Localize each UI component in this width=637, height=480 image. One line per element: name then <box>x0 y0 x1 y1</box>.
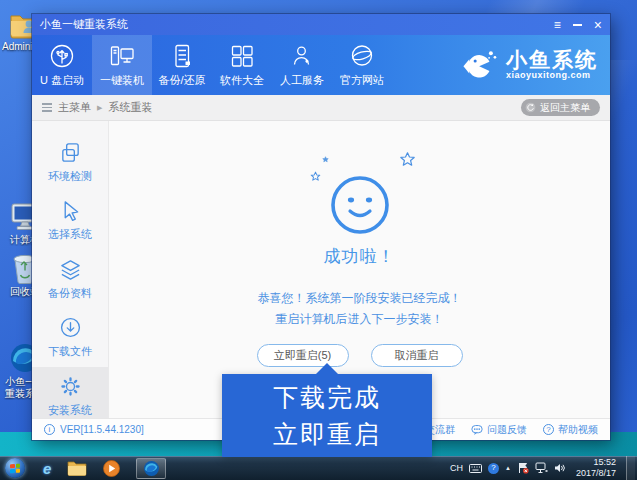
env-check-icon <box>59 141 82 164</box>
network-icon[interactable] <box>535 462 548 474</box>
nav-item-support[interactable]: 人工服务 <box>272 35 332 95</box>
back-to-menu-button[interactable]: 返回主菜单 <box>521 99 600 116</box>
breadcrumb-current: 系统重装 <box>108 100 152 115</box>
sidebar-item-install-system[interactable]: 安装系统 <box>32 367 108 418</box>
question-icon: ? <box>543 424 554 435</box>
sidebar-item-label: 选择系统 <box>48 227 92 242</box>
nav-item-label: U 盘启动 <box>40 73 84 88</box>
clock-time: 15:52 <box>576 457 616 468</box>
taskbar-media-player-icon[interactable] <box>103 460 120 477</box>
desktop-computer-icon <box>109 43 135 69</box>
taskbar: e CH ? <box>0 456 637 480</box>
footer-link-label: 帮助视频 <box>558 423 598 437</box>
nav-item-label: 软件大全 <box>220 73 264 88</box>
callout-line1: 下载完成 <box>273 379 381 415</box>
taskbar-clock[interactable]: 15:52 2017/8/17 <box>572 457 620 480</box>
clock-date: 2017/8/17 <box>576 468 616 479</box>
brand-logo[interactable]: 小鱼系统 xiaoyuxitong.com <box>463 35 610 95</box>
nav-item-one-key-install[interactable]: 一键装机 <box>92 35 152 95</box>
cancel-restart-button[interactable]: 取消重启 <box>371 344 463 367</box>
top-navigation: U 盘启动 一键装机 备份/还原 <box>32 35 610 95</box>
info-icon: i <box>44 424 55 435</box>
version-info: i VER[11.5.44.1230] <box>44 424 144 435</box>
grid-icon <box>229 43 255 69</box>
brand-name: 小鱼系统 <box>506 49 598 71</box>
tray-expand-icon[interactable]: ▲ <box>505 465 511 471</box>
nav-item-website[interactable]: 官方网站 <box>332 35 392 95</box>
footer-link-feedback[interactable]: 问题反馈 <box>471 423 527 437</box>
close-icon[interactable]: × <box>594 18 602 32</box>
language-indicator[interactable]: CH <box>450 463 463 473</box>
action-center-flag-icon[interactable] <box>517 462 529 474</box>
star-icon <box>310 171 321 182</box>
desktop-screen: Administrator 计算机 回收站 <box>0 0 637 480</box>
nav-item-software[interactable]: 软件大全 <box>212 35 272 95</box>
star-icon <box>399 151 416 168</box>
speaker-icon[interactable] <box>554 462 566 474</box>
tray-help-icon[interactable]: ? <box>488 463 499 474</box>
nav-item-label: 官方网站 <box>340 73 384 88</box>
nav-item-usb-boot[interactable]: U 盘启动 <box>32 35 92 95</box>
list-icon <box>42 103 52 112</box>
gear-icon <box>59 375 82 398</box>
footer-link-help-video[interactable]: ? 帮助视频 <box>543 423 598 437</box>
sidebar-item-label: 备份资料 <box>48 286 92 301</box>
title-bar[interactable]: 小鱼一键重装系统 ≡ × <box>32 14 610 35</box>
breadcrumb-root[interactable]: 主菜单 <box>58 100 91 115</box>
system-tray: CH ? ▲ 15:52 2017/8 <box>450 456 637 480</box>
download-complete-callout: 下载完成 立即重启 <box>222 374 432 457</box>
sidebar-item-label: 下载文件 <box>48 344 92 359</box>
sidebar-item-backup-data[interactable]: 备份资料 <box>32 250 108 309</box>
callout-line2: 立即重启 <box>273 416 381 452</box>
taskbar-active-app[interactable] <box>136 458 166 479</box>
step-sidebar: 环境检测 选择系统 备份资料 <box>32 121 109 418</box>
nav-item-label: 人工服务 <box>280 73 324 88</box>
show-desktop-button[interactable] <box>626 456 635 480</box>
breadcrumb: 主菜单 ▶ 系统重装 返回主菜单 <box>32 95 610 121</box>
person-icon <box>289 43 315 69</box>
sidebar-item-label: 环境检测 <box>48 169 92 184</box>
smiley-face-icon <box>328 173 392 237</box>
start-button[interactable] <box>5 458 25 478</box>
footer-link-label: 问题反馈 <box>487 423 527 437</box>
window-title: 小鱼一键重装系统 <box>40 17 128 32</box>
success-message-line2: 重启计算机后进入下一步安装！ <box>258 309 462 330</box>
chat-bubble-icon <box>471 424 483 436</box>
server-icon <box>169 43 195 69</box>
back-button-label: 返回主菜单 <box>540 101 590 115</box>
nav-item-label: 一键装机 <box>100 73 144 88</box>
layers-icon <box>59 258 82 281</box>
minimize-icon[interactable] <box>573 24 582 26</box>
breadcrumb-separator-icon: ▶ <box>97 104 102 112</box>
keyboard-icon[interactable] <box>469 463 482 474</box>
taskbar-explorer-icon[interactable] <box>67 460 87 476</box>
usb-icon <box>49 43 75 69</box>
sidebar-item-download-files[interactable]: 下载文件 <box>32 309 108 368</box>
sidebar-item-label: 安装系统 <box>48 403 92 418</box>
globe-icon <box>349 43 375 69</box>
fish-icon <box>463 47 499 83</box>
menu-icon[interactable]: ≡ <box>554 19 561 31</box>
nav-item-backup-restore[interactable]: 备份/还原 <box>152 35 212 95</box>
success-title: 成功啦！ <box>324 245 396 268</box>
cursor-icon <box>59 199 82 222</box>
app-swirl-icon <box>143 460 160 477</box>
nav-item-label: 备份/还原 <box>158 73 205 88</box>
version-label: VER[11.5.44.1230] <box>60 424 144 435</box>
success-illustration <box>328 173 392 237</box>
star-icon <box>322 156 329 163</box>
success-message-line1: 恭喜您！系统第一阶段安装已经完成！ <box>258 288 462 309</box>
sidebar-item-select-system[interactable]: 选择系统 <box>32 192 108 251</box>
sidebar-item-env-check[interactable]: 环境检测 <box>32 133 108 192</box>
download-icon <box>59 316 82 339</box>
windows-flag-icon <box>10 463 20 473</box>
taskbar-ie-icon[interactable]: e <box>43 461 51 476</box>
back-arrow-icon <box>525 102 536 113</box>
brand-domain: xiaoyuxitong.com <box>506 71 598 80</box>
